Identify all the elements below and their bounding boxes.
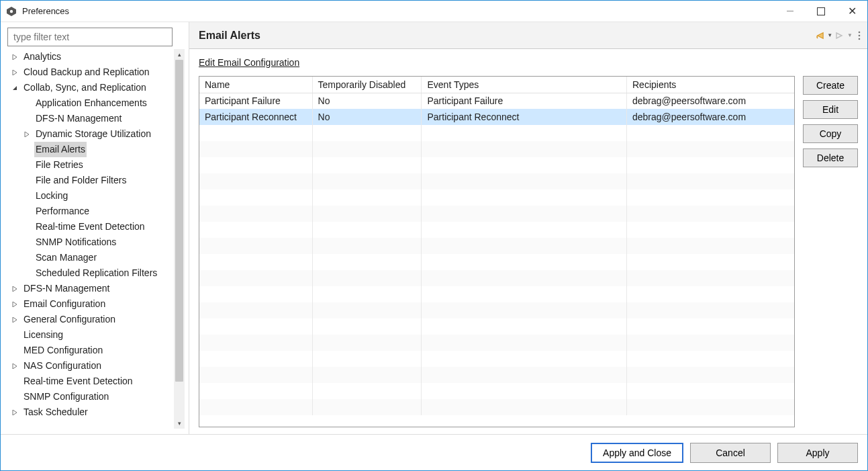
tree-item-label: File and Folder Filters	[34, 173, 128, 188]
table-row[interactable]	[199, 286, 794, 302]
table-cell	[312, 335, 422, 351]
tree-item[interactable]: SNMP Configuration	[7, 389, 174, 404]
chevron-down-icon[interactable]	[10, 83, 19, 93]
column-header[interactable]: Recipients	[626, 77, 794, 93]
action-buttons: Create Edit Copy Delete	[803, 76, 858, 427]
apply-and-close-button[interactable]: Apply and Close	[591, 443, 683, 463]
table-row[interactable]	[199, 238, 794, 254]
tree-item[interactable]: Task Scheduler	[7, 404, 174, 420]
tree-item[interactable]: NAS Configuration	[7, 358, 174, 374]
chevron-right-icon[interactable]	[10, 361, 19, 371]
table-row[interactable]: Participant FailureNoParticipant Failure…	[199, 93, 794, 109]
table-cell	[422, 399, 627, 415]
tree-item[interactable]: File Retries	[7, 157, 174, 173]
table-row[interactable]	[199, 173, 794, 189]
table-cell	[626, 335, 794, 351]
cancel-button[interactable]: Cancel	[690, 443, 771, 463]
tree-item-label: Dynamic Storage Utilization	[34, 126, 152, 142]
delete-button[interactable]: Delete	[803, 148, 858, 167]
tree-item[interactable]: SNMP Notifications	[7, 234, 174, 250]
copy-button[interactable]: Copy	[803, 124, 858, 143]
tree-item[interactable]: Email Alerts	[7, 142, 174, 157]
tree-item[interactable]: Dynamic Storage Utilization	[7, 126, 174, 142]
chevron-right-icon[interactable]	[10, 315, 19, 325]
scroll-thumb[interactable]	[175, 60, 183, 382]
table-cell	[312, 367, 422, 383]
tree-item[interactable]: DFS-N Management	[7, 111, 174, 126]
tree-item[interactable]: File and Folder Filters	[7, 173, 174, 188]
table-row[interactable]	[199, 351, 794, 367]
table-row[interactable]	[199, 222, 794, 238]
tree-item[interactable]: DFS-N Management	[7, 281, 174, 296]
table-row[interactable]	[199, 141, 794, 157]
table-cell	[626, 157, 794, 173]
table-row[interactable]	[199, 302, 794, 318]
chevron-right-icon[interactable]	[10, 300, 19, 309]
window-title: Preferences	[22, 6, 69, 16]
tree-item[interactable]: Analytics	[7, 49, 174, 65]
tree-item[interactable]: Locking	[7, 188, 174, 204]
edit-button[interactable]: Edit	[803, 100, 858, 119]
main-pane: Email Alerts ▼ ▼ Edit Email Configuratio…	[189, 22, 867, 434]
scroll-down-icon[interactable]: ▾	[174, 418, 185, 429]
chevron-right-icon[interactable]	[10, 408, 19, 417]
table-cell	[312, 141, 422, 157]
back-dropdown-icon[interactable]: ▼	[827, 32, 832, 38]
tree-item[interactable]: General Configuration	[7, 312, 174, 327]
maximize-button[interactable]	[806, 1, 836, 22]
column-header[interactable]: Temporarily Disabled	[312, 77, 422, 93]
preferences-window: Preferences ✕ AnalyticsCloud Backup and …	[0, 0, 868, 471]
tree-item[interactable]: MED Configuration	[7, 343, 174, 358]
table-cell	[626, 367, 794, 383]
tree-item[interactable]: Performance	[7, 204, 174, 219]
tree-item[interactable]: Real-time Event Detection	[7, 219, 174, 234]
table-row[interactable]	[199, 270, 794, 286]
table-row[interactable]	[199, 125, 794, 141]
column-header[interactable]: Name	[199, 77, 312, 93]
forward-dropdown-icon[interactable]: ▼	[847, 32, 853, 38]
chevron-right-icon[interactable]	[10, 68, 19, 77]
preferences-tree[interactable]: AnalyticsCloud Backup and ReplicationCol…	[7, 49, 174, 429]
chevron-right-icon[interactable]	[22, 130, 32, 139]
table-row[interactable]	[199, 254, 794, 270]
tree-item[interactable]: Email Configuration	[7, 296, 174, 312]
table-row[interactable]	[199, 399, 794, 415]
create-button[interactable]: Create	[803, 76, 858, 95]
back-icon[interactable]	[815, 31, 824, 40]
table-row[interactable]	[199, 335, 794, 351]
table-row[interactable]	[199, 157, 794, 173]
menu-icon[interactable]	[858, 31, 861, 40]
chevron-right-icon[interactable]	[10, 52, 19, 62]
minimize-button[interactable]	[775, 1, 806, 22]
tree-item[interactable]: Cloud Backup and Replication	[7, 65, 174, 80]
chevron-right-icon[interactable]	[10, 284, 19, 294]
filter-input[interactable]	[7, 28, 173, 46]
table-cell	[199, 254, 312, 270]
forward-icon[interactable]	[835, 31, 845, 40]
window-controls: ✕	[775, 1, 867, 22]
tree-item[interactable]: Scheduled Replication Filters	[7, 265, 174, 281]
tree-item[interactable]: Scan Manager	[7, 250, 174, 265]
edit-email-config-link[interactable]: Edit Email Configuration	[199, 57, 299, 68]
tree-scrollbar[interactable]: ▴ ▾	[174, 49, 185, 429]
alerts-table[interactable]: NameTemporarily DisabledEvent TypesRecip…	[199, 77, 794, 415]
table-cell	[422, 318, 627, 335]
table-row[interactable]	[199, 206, 794, 222]
table-cell	[199, 351, 312, 367]
tree-item[interactable]: Licensing	[7, 327, 174, 343]
tree-item[interactable]: Application Enhancements	[7, 95, 174, 111]
table-row[interactable]: Participant ReconnectNoParticipant Recon…	[199, 109, 794, 125]
table-cell	[422, 254, 627, 270]
scroll-up-icon[interactable]: ▴	[174, 49, 185, 60]
tree-item[interactable]: Collab, Sync, and Replication	[7, 80, 174, 95]
column-header[interactable]: Event Types	[422, 77, 627, 93]
table-row[interactable]	[199, 383, 794, 399]
close-button[interactable]: ✕	[836, 1, 867, 22]
table-cell: Participant Reconnect	[199, 109, 312, 125]
table-row[interactable]	[199, 189, 794, 206]
tree-item[interactable]: Real-time Event Detection	[7, 374, 174, 389]
table-row[interactable]	[199, 318, 794, 335]
apply-button[interactable]: Apply	[777, 443, 858, 463]
table-cell	[199, 189, 312, 206]
table-row[interactable]	[199, 367, 794, 383]
